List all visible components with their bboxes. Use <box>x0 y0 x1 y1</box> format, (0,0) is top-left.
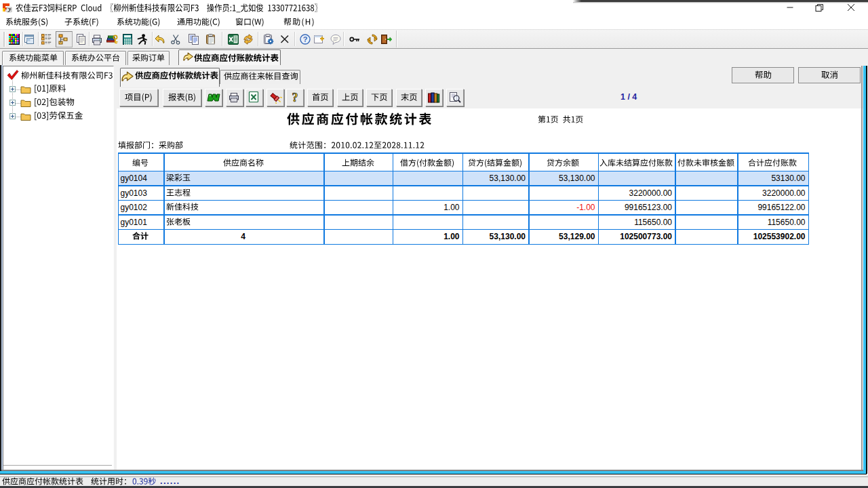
svg-text:?: ? <box>292 91 298 104</box>
svg-text:?: ? <box>303 35 308 43</box>
